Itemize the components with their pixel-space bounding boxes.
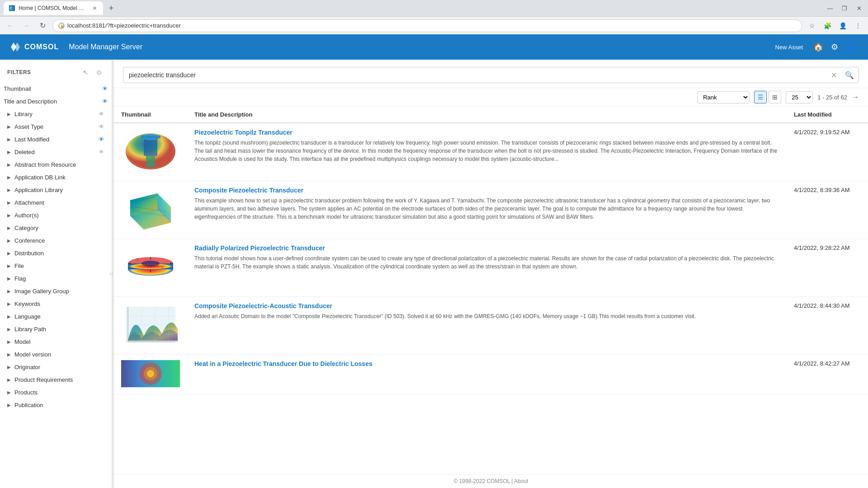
restore-button[interactable]: ❐ [839,3,850,14]
results-count: 1 - 25 of 62 [817,94,847,101]
filter-category[interactable]: ▶ Category [0,221,112,234]
filter-library[interactable]: ▶ Library 👁 [0,108,112,120]
thumb-svg-4 [121,302,180,347]
svg-rect-10 [146,156,155,167]
minimize-button[interactable]: — [825,3,835,14]
per-page-select[interactable]: 25 10 50 100 [786,91,813,103]
filter-title-description[interactable]: Title and Description 👁 [0,95,112,108]
table-header-row: Thumbnail Title and Description Last Mod… [114,107,868,123]
filter-flag[interactable]: ▶ Flag [0,272,112,285]
filter-deleted-eye[interactable]: 👁 [99,149,104,155]
filter-originator-label: Originator [14,364,104,371]
filter-file[interactable]: ▶ File [0,259,112,272]
filter-application-library[interactable]: ▶ Application Library [0,183,112,196]
result-title-4[interactable]: Composite Piezoelectric-Acoustic Transdu… [194,302,779,310]
toolbar-icons: ☆ 🧩 👤 ⋮ [806,19,864,32]
result-title-1[interactable]: Piezoelectric Tonpilz Transducer [194,129,779,136]
filter-asset-type-eye[interactable]: 👁 [99,123,104,130]
filter-thumbnail[interactable]: Thumbnail 👁 [0,82,112,95]
filter-authors-label: Author(s) [14,212,104,219]
filter-library-path[interactable]: ▶ Library Path [0,323,112,335]
filter-product-requirements[interactable]: ▶ Product Requirements [0,373,112,386]
url-text: localhost:8181/?ft=piezoelectric+transdu… [67,22,796,29]
result-content-4: Composite Piezoelectric-Acoustic Transdu… [187,297,787,355]
result-title-3[interactable]: Radially Polarized Piezoelectric Transdu… [194,244,779,252]
browser-tab[interactable]: C Home | COMSOL Model Manage... ✕ [4,1,103,15]
search-submit-button[interactable]: 🔍 [840,71,859,80]
footer: © 1998-2022 COMSOL | About [114,474,868,488]
filter-title-description-eye[interactable]: 👁 [102,98,108,105]
result-date-2: 4/1/2022, 8:39:36 AM [787,181,868,239]
result-thumbnail-3 [114,239,187,297]
browser-toolbar: ← → ↻ 🔒 localhost:8181/?ft=piezoelectric… [0,16,868,34]
filter-model-arrow: ▶ [7,339,12,344]
menu-icon[interactable]: ⋮ [852,19,864,32]
result-date-5: 4/1/2022, 8:42:27 AM [787,355,868,394]
new-tab-button[interactable]: + [105,2,118,14]
filter-last-modified-eye[interactable]: 👁 [99,136,104,143]
thumb-svg-3 [121,244,180,290]
app-header: COMSOL Model Manager Server New Asset 🏠 … [0,34,868,60]
filter-keywords[interactable]: ▶ Keywords [0,297,112,310]
filter-library-label: Library [14,111,99,117]
filter-deleted[interactable]: ▶ Deleted 👁 [0,145,112,158]
resize-handle[interactable] [112,60,114,488]
filter-products[interactable]: ▶ Products [0,386,112,399]
forward-button[interactable]: → [20,19,33,32]
sidebar-cursor-icon[interactable]: ↖ [80,67,91,78]
settings-icon[interactable]: ⚙ [826,39,843,55]
result-title-2[interactable]: Composite Piezoelectric Transducer [194,187,779,194]
filter-abstract-from-resource[interactable]: ▶ Abstract from Resource [0,158,112,171]
view-icons: ☰ ⊞ [754,91,781,103]
results-next-button[interactable]: → [852,93,859,101]
filter-language[interactable]: ▶ Language [0,310,112,323]
filter-category-arrow: ▶ [7,225,12,230]
user-icon[interactable]: 👤 [843,39,859,55]
thumb-svg-2 [121,187,180,232]
filter-attachment[interactable]: ▶ Attachment [0,196,112,209]
filter-model-version-label: Model version [14,351,104,358]
filter-library-eye[interactable]: 👁 [99,111,104,117]
sort-select[interactable]: Rank Title Last Modified [697,91,750,103]
table-row: Piezoelectric Tonpilz Transducer The ton… [114,123,868,181]
list-view-button[interactable]: ☰ [754,91,767,103]
filter-products-label: Products [14,389,104,396]
home-icon[interactable]: 🏠 [810,39,826,55]
result-desc-4: Added an Acosutic Domain to the model "C… [194,312,779,320]
filter-application-db-link[interactable]: ▶ Application DB Link [0,171,112,183]
profile-icon[interactable]: 👤 [836,19,849,32]
filter-asset-type[interactable]: ▶ Asset Type 👁 [0,120,112,133]
result-date-1: 4/1/2022, 9:19:52 AM [787,123,868,181]
close-button[interactable]: ✕ [854,3,864,14]
bookmark-icon[interactable]: ☆ [806,19,818,32]
results-table: Thumbnail Title and Description Last Mod… [114,107,868,474]
search-input[interactable] [123,71,827,79]
filter-image-gallery-group[interactable]: ▶ Image Gallery Group [0,285,112,297]
filter-product-req-label: Product Requirements [14,376,104,383]
filter-originator[interactable]: ▶ Originator [0,361,112,373]
address-bar[interactable]: 🔒 localhost:8181/?ft=piezoelectric+trans… [52,19,802,32]
filter-last-modified[interactable]: ▶ Last Modified 👁 [0,133,112,145]
filter-model-version[interactable]: ▶ Model version [0,348,112,361]
result-title-5[interactable]: Heat in a Piezoelectric Transducer Due t… [194,360,779,367]
new-asset-button[interactable]: New Asset [775,44,803,51]
filter-distribution[interactable]: ▶ Distribution [0,247,112,259]
filter-conference[interactable]: ▶ Conference [0,234,112,247]
filter-model[interactable]: ▶ Model [0,335,112,348]
filter-publication[interactable]: ▶ Publication [0,399,112,411]
sidebar-filter-icon[interactable]: ⊙ [94,67,104,78]
app-title-text: Model Manager Server [69,43,142,51]
tab-close-button[interactable]: ✕ [92,5,98,12]
reload-button[interactable]: ↻ [36,19,49,32]
filter-attachment-label: Attachment [14,199,104,206]
grid-view-button[interactable]: ⊞ [769,91,781,103]
comsol-logo-text: COMSOL [24,43,59,51]
results-area: ✕ 🔍 Rank Title Last Modified ☰ ⊞ [114,60,868,488]
filter-keywords-label: Keywords [14,300,104,307]
extensions-icon[interactable]: 🧩 [821,19,834,32]
svg-rect-8 [144,138,157,156]
filter-authors[interactable]: ▶ Author(s) [0,209,112,221]
filter-thumbnail-eye[interactable]: 👁 [102,85,108,92]
search-clear-button[interactable]: ✕ [827,71,840,80]
back-button[interactable]: ← [4,19,16,32]
